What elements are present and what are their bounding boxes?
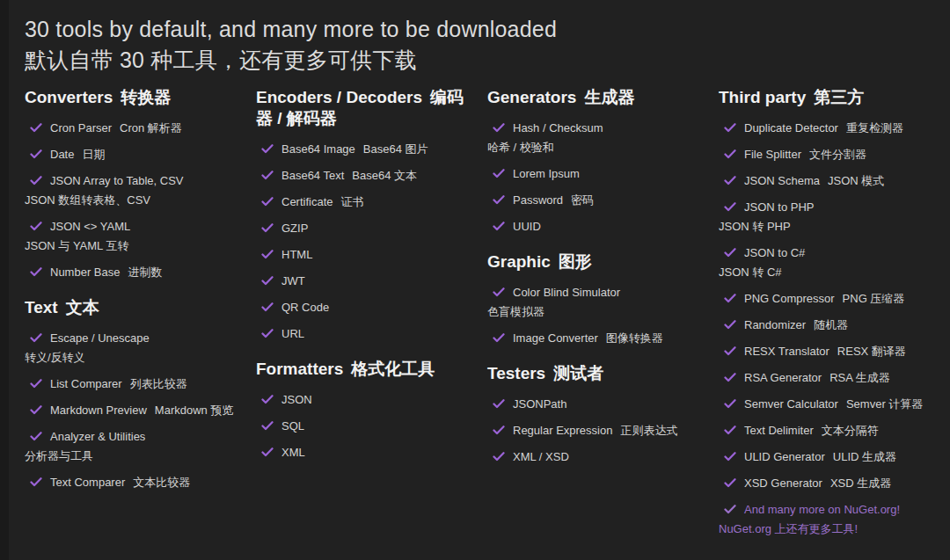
check-icon: [261, 193, 274, 203]
check-icon: [724, 343, 736, 353]
tool-item-cron-parser: Cron ParserCron 解析器: [25, 120, 240, 137]
tool-name-zh: JSON 模式: [828, 174, 884, 187]
tool-name-zh: 色盲模拟器: [487, 303, 703, 321]
tool-item-uuid: UUID: [487, 218, 703, 236]
tool-name-en: Image Converter: [513, 331, 598, 345]
tool-name-zh: 图像转换器: [606, 331, 663, 345]
tool-name-en: ULID Generator: [744, 450, 825, 463]
tool-item-jwt: JWT: [256, 273, 471, 290]
section-title: Formatters格式化工具: [256, 359, 471, 380]
tool-item-sql: SQL: [256, 418, 471, 435]
check-icon: [724, 396, 736, 405]
section-testers: Testers测试者JSONPathRegular Expression正则表达…: [487, 363, 703, 466]
tool-name-en: Base64 Image: [281, 142, 355, 156]
tool-item-duplicate-detector: Duplicate Detector重复检测器: [719, 120, 934, 137]
section-graphic: Graphic图形Color Blind Simulator色盲模拟器Image…: [487, 251, 703, 347]
check-icon: [261, 391, 274, 401]
check-icon: [724, 501, 736, 511]
tool-item-jsonpath: JSONPath: [487, 396, 703, 413]
page-title-en: 30 tools by default, and many more to be…: [25, 14, 934, 45]
check-icon: [493, 448, 505, 458]
tool-name-zh: 文件分割器: [809, 148, 866, 161]
tool-name-zh: Markdown 预览: [155, 404, 234, 417]
check-icon: [261, 246, 274, 256]
tool-name-zh: RSA 生成器: [829, 371, 890, 384]
tool-item-json-array-to-table-csv: JSON Array to Table, CSVJSON 数组转表格、CSV: [25, 172, 240, 209]
section-title: Testers测试者: [487, 363, 703, 384]
check-icon: [261, 444, 274, 454]
tool-item-date: Date日期: [25, 146, 240, 164]
section-third-party: Third party第三方Duplicate Detector重复检测器Fil…: [719, 87, 934, 538]
check-icon: [724, 448, 736, 458]
tool-item-html: HTML: [256, 246, 471, 264]
tool-name-en: Lorem Ipsum: [513, 167, 580, 180]
tool-item-number-base: Number Base进制数: [25, 264, 240, 281]
section-title: Graphic图形: [487, 251, 703, 273]
tool-item-xsd-generator: XSD GeneratorXSD 生成器: [719, 475, 934, 492]
tool-name-en: Text Comparer: [50, 476, 125, 489]
tool-name-zh: 分析器与工具: [25, 447, 240, 465]
tool-name-en: JWT: [281, 274, 305, 287]
tool-name-zh: 日期: [82, 148, 105, 161]
tool-item-text-comparer: Text Comparer文本比较器: [25, 474, 240, 491]
page-title-zh: 默认自带 30 种工具，还有更多可供下载: [25, 45, 934, 76]
tool-item-semver-calculator: Semver CalculatorSemver 计算器: [719, 396, 934, 413]
tool-item-markdown-preview: Markdown PreviewMarkdown 预览: [25, 402, 240, 419]
section-title-en: Encoders / Decoders: [256, 88, 422, 106]
section-title: Converters转换器: [25, 87, 240, 108]
check-icon: [261, 167, 274, 177]
check-icon: [30, 375, 42, 385]
tool-name-zh: JSON 转 C#: [719, 264, 934, 281]
check-icon: [724, 172, 736, 182]
tool-name-en: JSON <> YAML: [50, 220, 130, 233]
tool-link-and-many-more-on-nuget-org[interactable]: And many more on NuGet.org!NuGet.org 上还有…: [719, 501, 934, 538]
section-title-en: Formatters: [256, 360, 343, 378]
tool-item-json-to-php: JSON to PHPJSON 转 PHP: [719, 199, 934, 236]
tool-name-zh: XSD 生成器: [830, 476, 891, 490]
section-generators: Generators生成器Hash / Checksum哈希 / 校验和Lore…: [487, 87, 703, 236]
check-icon: [724, 290, 736, 300]
check-icon: [493, 120, 505, 129]
tool-item-rsa-generator: RSA GeneratorRSA 生成器: [719, 369, 934, 387]
tool-name-zh: 文本分隔符: [822, 424, 879, 437]
tool-item-xml-xsd: XML / XSD: [487, 448, 703, 466]
tool-item-resx-translator: RESX TranslatorRESX 翻译器: [719, 343, 934, 360]
tool-name-en: XML / XSD: [513, 450, 569, 463]
tool-name-en: XML: [281, 446, 305, 459]
tool-name-zh: 证书: [341, 195, 364, 208]
tool-name-zh: 正则表达式: [620, 424, 677, 437]
check-icon: [30, 402, 42, 411]
tool-item-text-delimiter: Text Delimiter文本分隔符: [719, 422, 934, 440]
tool-name-en: XSD Generator: [744, 476, 822, 490]
tool-name-en: Number Base: [50, 265, 120, 279]
tool-name-en: JSON: [281, 393, 312, 406]
tool-name-zh: 文本比较器: [133, 476, 190, 489]
tool-name-zh: 转义/反转义: [25, 349, 240, 367]
tool-name-en: Cron Parser: [50, 121, 112, 135]
tool-name-en: RSA Generator: [744, 371, 822, 384]
tool-name-en: Analyzer & Utilities: [50, 430, 145, 443]
section-title: Generators生成器: [487, 87, 703, 108]
tool-name-zh: 重复检测器: [846, 121, 903, 135]
tool-name-en: Regular Expression: [513, 424, 612, 437]
tool-name-zh: NuGet.org 上还有更多工具!: [719, 520, 934, 538]
section-title-zh: 文本: [66, 298, 99, 316]
check-icon: [724, 316, 736, 326]
tool-item-file-splitter: File Splitter文件分割器: [719, 146, 934, 164]
tool-name-en: URL: [281, 327, 304, 340]
tool-name-zh: JSON 与 YAML 互转: [25, 237, 240, 255]
section-title-zh: 测试者: [553, 364, 603, 382]
tool-name-en: JSON Schema: [744, 174, 820, 187]
tool-name-en: JSON to C#: [744, 246, 805, 259]
tool-item-image-converter: Image Converter图像转换器: [487, 330, 703, 347]
tool-name-en: HTML: [281, 248, 312, 261]
tool-name-en: Semver Calculator: [744, 397, 838, 411]
section-title: Encoders / Decoders编码器 / 解码器: [256, 87, 471, 129]
tool-name-en: UUID: [513, 220, 541, 233]
check-icon: [30, 218, 42, 228]
check-icon: [30, 120, 42, 129]
section-title-zh: 图形: [559, 252, 592, 271]
tool-name-en: Base64 Text: [281, 169, 344, 182]
feature-list-page: 30 tools by default, and many more to be…: [0, 0, 950, 554]
check-icon: [724, 120, 736, 129]
